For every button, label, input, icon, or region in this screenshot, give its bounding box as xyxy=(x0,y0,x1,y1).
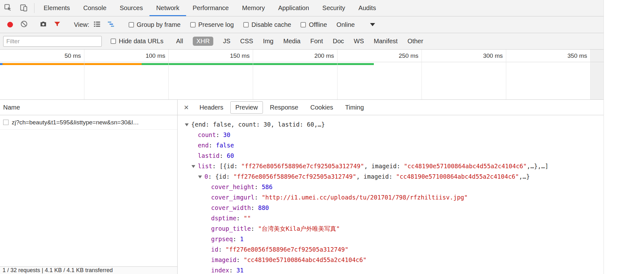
filter-input[interactable] xyxy=(3,36,102,47)
name-column-header[interactable]: Name xyxy=(0,100,177,115)
request-details-panel: × HeadersPreviewResponseCookiesTiming {e… xyxy=(178,100,604,274)
json-segment-key: imageid xyxy=(211,256,236,263)
json-tree-row[interactable]: {end: false, count: 30, lastid: 60,…} xyxy=(178,119,604,130)
filter-type-font[interactable]: Font xyxy=(310,38,323,45)
clear-button[interactable] xyxy=(18,19,30,30)
json-tree-row: index: 31 xyxy=(178,265,604,274)
filter-type-css[interactable]: CSS xyxy=(240,38,253,45)
filter-type-js[interactable]: JS xyxy=(223,38,230,45)
json-tree-row: imageid: "cc48190e57100864abc4d55a2c4104… xyxy=(178,255,604,265)
json-segment-num: 586 xyxy=(262,183,272,190)
requests-summary: 1 / 32 requests | 4.1 KB / 4.1 KB transf… xyxy=(3,267,113,274)
expand-arrow-icon[interactable] xyxy=(191,164,198,168)
inspect-element-button[interactable] xyxy=(0,0,16,16)
checkbox-icon[interactable] xyxy=(301,22,306,27)
json-segment-num: 31 xyxy=(236,267,244,274)
timeline-gridline xyxy=(337,50,337,99)
details-tab-response[interactable]: Response xyxy=(265,101,303,114)
tab-console[interactable]: Console xyxy=(76,0,113,16)
timeline-tick-label: 200 ms xyxy=(290,52,334,59)
arrow-spacer xyxy=(204,206,211,210)
tab-memory[interactable]: Memory xyxy=(235,0,271,16)
filter-type-img[interactable]: Img xyxy=(263,38,273,45)
checkbox-icon[interactable] xyxy=(129,22,134,27)
filter-type-xhr[interactable]: XHR xyxy=(193,37,213,46)
filter-button[interactable] xyxy=(52,19,63,30)
json-tree-row[interactable]: 0: {id: "ff276e8056f58896e7cf92505a31274… xyxy=(178,171,604,182)
filter-type-other[interactable]: Other xyxy=(407,38,423,45)
json-segment-str: "" xyxy=(244,215,251,222)
camera-icon xyxy=(39,20,47,30)
filter-type-manifest[interactable]: Manifest xyxy=(374,38,398,45)
toggle-device-toolbar-button[interactable] xyxy=(16,0,32,16)
json-segment-num: 60 xyxy=(227,152,234,159)
tab-sources[interactable]: Sources xyxy=(113,0,149,16)
network-split-view: Name zj?ch=beauty&t1=595&listtype=new&sn… xyxy=(0,100,604,274)
waterfall-overview-icon xyxy=(107,20,115,30)
disable-cache-checkbox[interactable]: Disable cache xyxy=(243,21,291,28)
tab-security[interactable]: Security xyxy=(316,0,352,16)
timeline-gridline xyxy=(422,50,422,99)
hide-data-urls-checkbox[interactable]: Hide data URLs xyxy=(111,38,163,45)
close-details-button[interactable]: × xyxy=(180,103,192,111)
checkbox-icon[interactable] xyxy=(111,39,116,44)
list-view-icon xyxy=(93,20,101,30)
inspect-cursor-icon xyxy=(4,3,12,13)
main-tabs: ElementsConsoleSourcesNetworkPerformance… xyxy=(37,0,383,16)
json-segment-str: "cc48190e57100864abc4d55a2c4104c6" xyxy=(396,173,519,180)
resource-icon xyxy=(3,120,9,125)
json-segment-plain: : xyxy=(229,267,236,274)
arrow-spacer xyxy=(204,237,211,241)
record-button[interactable] xyxy=(4,19,16,30)
group-by-frame-checkbox[interactable]: Group by frame xyxy=(129,21,181,28)
checkbox-icon[interactable] xyxy=(190,22,196,27)
checkbox-icon[interactable] xyxy=(243,22,249,27)
tab-performance[interactable]: Performance xyxy=(186,0,236,16)
filter-funnel-icon xyxy=(53,20,61,29)
overview-header-divider xyxy=(0,62,604,62)
expand-arrow-icon[interactable] xyxy=(185,123,191,127)
json-segment-key: index xyxy=(211,267,229,274)
network-filter-bar: Hide data URLs AllXHRJSCSSImgMediaFontDo… xyxy=(0,33,604,50)
details-tab-timing[interactable]: Timing xyxy=(340,101,369,114)
request-row[interactable]: zj?ch=beauty&t1=595&listtype=new&sn=30&l… xyxy=(0,115,177,130)
json-preview-tree[interactable]: {end: false, count: 30, lastid: 60,…}cou… xyxy=(178,115,604,274)
expand-arrow-icon[interactable] xyxy=(198,175,204,179)
filter-type-all[interactable]: All xyxy=(176,38,183,45)
timeline-tick-label: 150 ms xyxy=(205,52,250,59)
json-segment-key: id xyxy=(211,246,218,253)
use-large-rows-button[interactable] xyxy=(91,19,103,30)
json-segment-str: "cc48190e57100864abc4d55a2c4104c6" xyxy=(244,256,367,263)
tab-application[interactable]: Application xyxy=(271,0,316,16)
offline-label: Offline xyxy=(309,21,327,28)
json-segment-plain: : xyxy=(251,225,258,232)
details-tab-preview[interactable]: Preview xyxy=(230,101,263,114)
devtools-window: ElementsConsoleSourcesNetworkPerformance… xyxy=(0,0,604,274)
request-name: zj?ch=beauty&t1=595&listtype=new&sn=30&l… xyxy=(12,119,139,126)
details-tab-cookies[interactable]: Cookies xyxy=(305,101,338,114)
view-label: View: xyxy=(74,21,89,28)
tab-elements[interactable]: Elements xyxy=(37,0,76,16)
details-tab-headers[interactable]: Headers xyxy=(194,101,228,114)
overview-bars xyxy=(0,63,374,65)
toolbar-checkboxes: Group by framePreserve logDisable cacheO… xyxy=(119,21,327,28)
timeline-overview[interactable]: 50 ms100 ms150 ms200 ms250 ms300 ms350 m… xyxy=(0,50,604,100)
offline-checkbox[interactable]: Offline xyxy=(301,21,327,28)
filter-type-media[interactable]: Media xyxy=(283,38,300,45)
tab-network[interactable]: Network xyxy=(149,0,186,16)
json-tree-row: lastid: 60 xyxy=(178,151,604,161)
throttling-select[interactable]: Online xyxy=(337,21,375,28)
filter-type-ws[interactable]: WS xyxy=(354,38,364,45)
requests-status-bar: 1 / 32 requests | 4.1 KB / 4.1 KB transf… xyxy=(0,266,177,274)
overview-green-segment xyxy=(142,63,374,65)
show-overview-button[interactable] xyxy=(105,19,117,30)
json-segment-num: 30 xyxy=(223,131,230,138)
tab-audits[interactable]: Audits xyxy=(352,0,383,16)
json-tree-row[interactable]: list: [{id: "ff276e8056f58896e7cf92505a3… xyxy=(178,161,604,171)
timeline-gridline xyxy=(253,50,253,99)
filter-type-doc[interactable]: Doc xyxy=(333,38,344,45)
capture-screenshots-button[interactable] xyxy=(38,19,49,30)
json-segment-plain: : xyxy=(218,246,226,253)
preserve-log-checkbox[interactable]: Preserve log xyxy=(190,21,234,28)
json-segment-plain: {end: false, count: 30, lastid: 60,…} xyxy=(191,121,325,128)
